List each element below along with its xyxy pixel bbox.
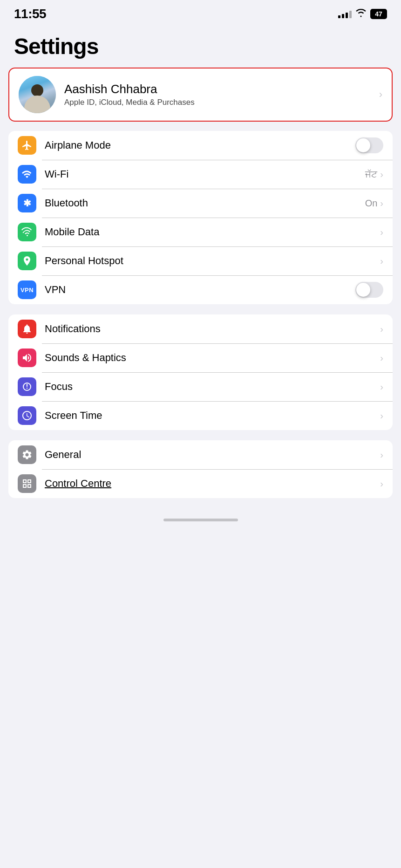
personal-hotspot-chevron: › <box>380 256 383 267</box>
focus-label: Focus <box>45 381 380 393</box>
wifi-value: ਜੱਟ <box>365 169 377 180</box>
bluetooth-label: Bluetooth <box>45 197 365 209</box>
general-row[interactable]: General › <box>8 440 393 469</box>
personal-hotspot-row[interactable]: Personal Hotspot › <box>8 246 393 275</box>
notifications-icon <box>18 320 36 338</box>
notifications-row[interactable]: Notifications › <box>8 314 393 343</box>
battery-icon: 47 <box>370 9 387 19</box>
airplane-mode-row[interactable]: Airplane Mode <box>8 131 393 160</box>
personal-hotspot-icon <box>18 252 36 270</box>
mobile-data-chevron: › <box>380 227 383 238</box>
signal-icon <box>338 10 352 18</box>
profile-chevron: › <box>379 89 382 101</box>
vpn-label: VPN <box>45 284 355 296</box>
sounds-haptics-icon <box>18 349 36 367</box>
general-chevron: › <box>380 450 383 460</box>
focus-chevron: › <box>380 382 383 392</box>
notifications-label: Notifications <box>45 323 380 335</box>
device-group: General › Control Centre › <box>8 440 393 498</box>
system-group: Notifications › Sounds & Haptics › Focus… <box>8 314 393 430</box>
profile-card[interactable]: Aashish Chhabra Apple ID, iCloud, Media … <box>8 68 393 122</box>
status-bar: 11:55 47 <box>0 0 401 25</box>
sounds-haptics-row[interactable]: Sounds & Haptics › <box>8 343 393 372</box>
airplane-mode-label: Airplane Mode <box>45 139 355 151</box>
screen-time-label: Screen Time <box>45 410 380 422</box>
screen-time-row[interactable]: Screen Time › <box>8 401 393 430</box>
bluetooth-icon: ✱ <box>18 194 36 212</box>
home-bar <box>163 519 238 521</box>
wifi-label: Wi-Fi <box>45 168 365 180</box>
mobile-data-icon <box>18 223 36 241</box>
page-title: Settings <box>0 25 401 68</box>
wifi-icon <box>18 165 36 184</box>
general-icon <box>18 445 36 464</box>
avatar <box>19 76 56 113</box>
focus-row[interactable]: Focus › <box>8 372 393 401</box>
status-icons: 47 <box>338 9 387 19</box>
control-centre-row[interactable]: Control Centre › <box>8 469 393 498</box>
bluetooth-row[interactable]: ✱ Bluetooth On › <box>8 189 393 218</box>
screen-time-icon <box>18 406 36 425</box>
sounds-haptics-chevron: › <box>380 353 383 363</box>
bluetooth-value: On <box>365 198 378 209</box>
connectivity-group: Airplane Mode Wi-Fi ਜੱਟ › ✱ Bluetooth On… <box>8 131 393 304</box>
vpn-toggle[interactable] <box>355 282 383 298</box>
sounds-haptics-label: Sounds & Haptics <box>45 352 380 364</box>
wifi-chevron: › <box>380 169 383 180</box>
profile-subtitle: Apple ID, iCloud, Media & Purchases <box>64 98 379 107</box>
control-centre-chevron: › <box>380 478 383 489</box>
profile-info: Aashish Chhabra Apple ID, iCloud, Media … <box>56 82 379 107</box>
control-centre-icon <box>18 474 36 493</box>
bluetooth-chevron: › <box>380 198 383 209</box>
wifi-status-icon <box>355 9 367 19</box>
airplane-mode-icon <box>18 136 36 155</box>
vpn-icon: VPN <box>18 280 36 299</box>
notifications-chevron: › <box>380 324 383 335</box>
home-indicator <box>0 508 401 525</box>
personal-hotspot-label: Personal Hotspot <box>45 255 380 267</box>
status-time: 11:55 <box>14 7 46 21</box>
focus-icon <box>18 377 36 396</box>
general-label: General <box>45 449 380 461</box>
profile-name: Aashish Chhabra <box>64 82 379 96</box>
screen-time-chevron: › <box>380 410 383 421</box>
mobile-data-row[interactable]: Mobile Data › <box>8 218 393 246</box>
vpn-row[interactable]: VPN VPN <box>8 275 393 304</box>
control-centre-label: Control Centre <box>45 478 380 490</box>
airplane-mode-toggle[interactable] <box>355 137 383 153</box>
mobile-data-label: Mobile Data <box>45 226 380 238</box>
wifi-row[interactable]: Wi-Fi ਜੱਟ › <box>8 160 393 189</box>
